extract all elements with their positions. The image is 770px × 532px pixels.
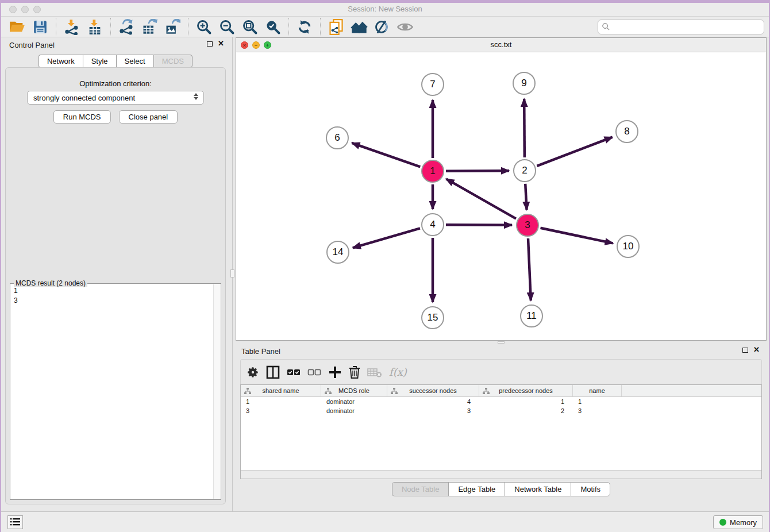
- export-image-icon[interactable]: [163, 18, 182, 36]
- vertical-splitter[interactable]: [230, 37, 236, 511]
- deselect-all-icon[interactable]: [307, 364, 321, 381]
- graph-node-3[interactable]: 3: [516, 214, 539, 237]
- column-header-MCDS-role[interactable]: MCDS role: [321, 385, 387, 396]
- graph-node-6[interactable]: 6: [326, 126, 349, 149]
- toolbar-separator: [288, 18, 289, 36]
- table-body: 1dominator4113dominator323: [241, 397, 761, 415]
- result-scrollbar[interactable]: [213, 284, 220, 499]
- table-cell: 4: [387, 397, 479, 406]
- table-horizontal-scrollbar[interactable]: [241, 470, 761, 479]
- delete-table-icon[interactable]: [367, 364, 382, 381]
- clone-network-icon[interactable]: [327, 18, 345, 36]
- graphics-details-icon[interactable]: [373, 18, 391, 36]
- graph-node-15[interactable]: 15: [421, 306, 444, 329]
- toolbar-separator: [188, 18, 188, 36]
- mcds-result-text[interactable]: 1 3: [11, 286, 213, 498]
- run-mcds-button[interactable]: Run MCDS: [53, 110, 111, 124]
- task-history-button[interactable]: [7, 515, 23, 529]
- control-panel-tabs: NetworkStyleSelectMCDS: [1, 55, 230, 68]
- column-header-name[interactable]: name: [573, 385, 622, 396]
- tab-mcds[interactable]: MCDS: [153, 55, 192, 68]
- tab-style[interactable]: Style: [83, 55, 116, 68]
- splitter-grip[interactable]: [230, 269, 234, 277]
- column-header-shared-name[interactable]: shared name: [241, 385, 321, 396]
- gear-icon[interactable]: [247, 364, 259, 381]
- toolbar-separator: [320, 18, 321, 36]
- tab-motifs[interactable]: Motifs: [571, 482, 610, 496]
- table-row[interactable]: 3dominator323: [241, 406, 761, 415]
- network-canvas[interactable]: 7968124314101511: [236, 52, 766, 340]
- split-column-icon[interactable]: [266, 364, 280, 381]
- graph-edge-3-11[interactable]: [528, 238, 531, 300]
- select-all-icon[interactable]: [287, 364, 301, 381]
- graph-node-11[interactable]: 11: [520, 304, 543, 327]
- float-panel-icon[interactable]: [207, 41, 213, 47]
- network-window-title: scc.txt: [236, 40, 766, 49]
- open-folder-icon[interactable]: [8, 18, 26, 36]
- home-icon[interactable]: [350, 18, 368, 36]
- table-panel-title: Table Panel: [241, 347, 280, 356]
- graph-node-4[interactable]: 4: [421, 213, 444, 236]
- zoom-fit-icon[interactable]: [241, 18, 259, 36]
- export-network-icon[interactable]: [117, 18, 136, 36]
- control-panel: Control Panel ✕ NetworkStyleSelectMCDS O…: [1, 37, 230, 511]
- memory-button[interactable]: Memory: [713, 515, 763, 529]
- delete-icon[interactable]: [349, 364, 360, 381]
- window-title: Session: New Session: [1, 5, 769, 13]
- tab-node-table[interactable]: Node Table: [392, 482, 449, 496]
- graph-edge-2-3[interactable]: [525, 184, 526, 210]
- graph-edge-1-2[interactable]: [446, 171, 509, 171]
- column-header-predecessor-nodes[interactable]: predecessor nodes: [479, 385, 573, 396]
- column-header-successor-nodes[interactable]: successor nodes: [387, 385, 479, 396]
- table-cell: 3: [241, 406, 321, 415]
- zoom-selected-icon[interactable]: [264, 18, 282, 36]
- table-cell: 3: [387, 406, 479, 415]
- close-panel-button[interactable]: Close panel: [119, 110, 178, 124]
- table-cell: 2: [479, 406, 573, 415]
- control-panel-title: Control Panel: [9, 41, 55, 49]
- tab-edge-table[interactable]: Edge Table: [448, 482, 505, 496]
- graph-edge-4-14[interactable]: [353, 228, 420, 248]
- table-cell: 1: [479, 397, 573, 406]
- table-row[interactable]: 1dominator411: [241, 397, 761, 406]
- network-window: × − + scc.txt 7968124314101511: [236, 37, 767, 341]
- function-builder-icon[interactable]: f(x): [389, 364, 407, 381]
- graph-edge-3-10[interactable]: [541, 228, 613, 244]
- graph-node-9[interactable]: 9: [513, 72, 536, 95]
- tab-network-table[interactable]: Network Table: [505, 482, 571, 496]
- graph-edge-2-9[interactable]: [524, 99, 525, 157]
- close-panel-icon[interactable]: ✕: [218, 41, 224, 47]
- graph-edge-4-3[interactable]: [446, 225, 512, 225]
- search-input[interactable]: [598, 20, 764, 34]
- export-table-icon[interactable]: [140, 18, 159, 36]
- graph-edge-3-1[interactable]: [446, 179, 516, 218]
- network-window-titlebar[interactable]: × − + scc.txt: [236, 38, 766, 52]
- graph-edge-1-6[interactable]: [352, 143, 420, 167]
- graph-node-7[interactable]: 7: [421, 73, 444, 96]
- splitter-grip[interactable]: [498, 341, 505, 344]
- criterion-dropdown[interactable]: strongly connected component: [27, 91, 204, 105]
- table-toolbar: f(x): [240, 359, 762, 384]
- tab-select[interactable]: Select: [116, 55, 153, 68]
- save-icon[interactable]: [31, 18, 49, 36]
- tab-network[interactable]: Network: [38, 55, 83, 68]
- zoom-in-icon[interactable]: [195, 18, 213, 36]
- graph-node-2[interactable]: 2: [513, 159, 536, 182]
- graph-edge-2-8[interactable]: [537, 137, 612, 166]
- graph-node-14[interactable]: 14: [326, 241, 349, 264]
- table-cell: dominator: [321, 397, 387, 406]
- eye-icon[interactable]: [396, 18, 414, 36]
- refresh-layout-icon[interactable]: [295, 18, 314, 36]
- add-icon[interactable]: [328, 364, 342, 381]
- import-table-icon[interactable]: [86, 18, 104, 36]
- graph-node-1[interactable]: 1: [421, 160, 444, 183]
- float-panel-icon[interactable]: [742, 348, 748, 353]
- close-panel-icon[interactable]: ✕: [753, 347, 760, 353]
- main-toolbar: [1, 17, 769, 37]
- zoom-out-icon[interactable]: [218, 18, 236, 36]
- graph-node-8[interactable]: 8: [615, 120, 638, 143]
- graph-node-10[interactable]: 10: [617, 235, 640, 258]
- table-panel-tabs: Node TableEdge TableNetwork TableMotifs: [236, 482, 767, 496]
- table-cell: 1: [573, 397, 622, 406]
- import-network-icon[interactable]: [63, 18, 81, 36]
